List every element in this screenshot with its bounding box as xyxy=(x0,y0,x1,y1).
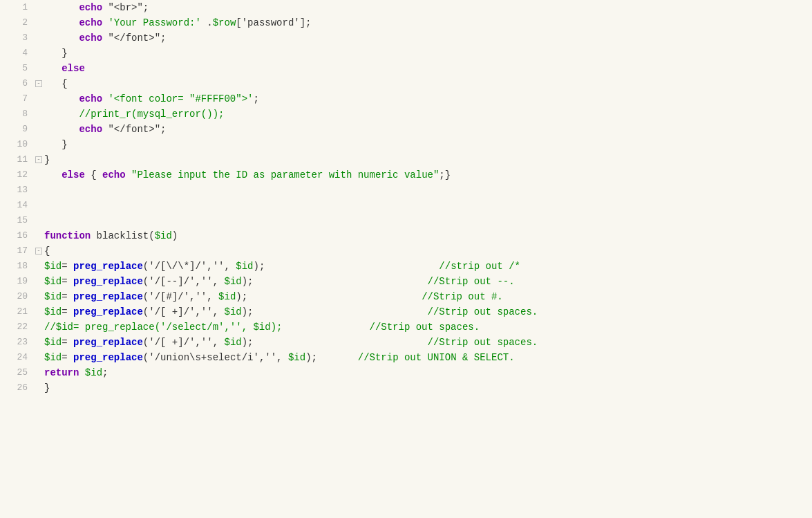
line-number: 24 xyxy=(0,350,35,365)
gutter-cell xyxy=(35,350,44,365)
line-number: 7 xyxy=(0,91,35,107)
gutter-cell xyxy=(35,228,44,243)
gutter-cell xyxy=(35,61,44,76)
code-text: echo "</font>"; xyxy=(44,30,812,46)
code-line: 19$id= preg_replace('/[--]/','', $id); /… xyxy=(0,274,812,289)
code-text: //$id= preg_replace('/select/m','', $id)… xyxy=(44,320,812,335)
code-line: 20$id= preg_replace('/[#]/','', $id); //… xyxy=(0,289,812,304)
gutter-cell: - xyxy=(35,243,44,259)
code-line: 2 echo 'Your Password:' .$row['password'… xyxy=(0,15,812,30)
code-text: } xyxy=(44,152,812,167)
gutter-cell xyxy=(35,0,44,15)
gutter-cell xyxy=(35,183,44,198)
line-number: 12 xyxy=(0,167,35,183)
code-lines: 1 echo "<br>";2 echo 'Your Password:' .$… xyxy=(0,0,812,518)
gutter-cell xyxy=(35,15,44,30)
line-number: 8 xyxy=(0,107,35,122)
code-text: return $id; xyxy=(44,365,812,380)
code-text xyxy=(44,183,812,198)
line-number: 13 xyxy=(0,183,35,198)
gutter-cell xyxy=(35,198,44,213)
line-number: 20 xyxy=(0,289,35,304)
gutter-cell xyxy=(35,46,44,61)
line-number: 26 xyxy=(0,380,35,396)
code-line: 13 xyxy=(0,183,812,198)
line-number: 9 xyxy=(0,122,35,137)
gutter-cell xyxy=(35,107,44,122)
line-number: 23 xyxy=(0,335,35,350)
code-text: else { echo "Please input the ID as para… xyxy=(44,167,812,183)
code-text: { xyxy=(44,243,812,259)
gutter-cell xyxy=(35,320,44,335)
line-number: 2 xyxy=(0,15,35,30)
line-number: 3 xyxy=(0,30,35,46)
gutter-cell xyxy=(35,137,44,152)
code-text: $id= preg_replace('/union\s+select/i',''… xyxy=(44,350,812,365)
code-text: } xyxy=(44,46,812,61)
code-text: $id= preg_replace('/[ +]/','', $id); //S… xyxy=(44,335,812,350)
fold-icon[interactable]: - xyxy=(35,80,42,87)
code-text xyxy=(44,213,812,228)
code-line: 11-} xyxy=(0,152,812,167)
code-text: $id= preg_replace('/[ +]/','', $id); //S… xyxy=(44,304,812,320)
gutter-cell xyxy=(35,91,44,107)
code-line: 7 echo '<font color= "#FFFF00">'; xyxy=(0,91,812,107)
code-line: 18$id= preg_replace('/[\/\*]/','', $id);… xyxy=(0,259,812,274)
code-line: 23$id= preg_replace('/[ +]/','', $id); /… xyxy=(0,335,812,350)
code-text: $id= preg_replace('/[--]/','', $id); //S… xyxy=(44,274,812,289)
code-line: 3 echo "</font>"; xyxy=(0,30,812,46)
gutter-cell xyxy=(35,335,44,350)
fold-icon[interactable]: - xyxy=(35,248,42,255)
gutter-cell xyxy=(35,380,44,396)
code-line: 14 xyxy=(0,198,812,213)
code-line: 15 xyxy=(0,213,812,228)
gutter-cell: - xyxy=(35,152,44,167)
line-number: 4 xyxy=(0,46,35,61)
code-area: 1 echo "<br>";2 echo 'Your Password:' .$… xyxy=(0,0,812,518)
fold-icon[interactable]: - xyxy=(35,156,42,163)
gutter-cell: - xyxy=(35,76,44,91)
line-number: 17 xyxy=(0,243,35,259)
code-line: 4 } xyxy=(0,46,812,61)
line-number: 11 xyxy=(0,152,35,167)
gutter-cell xyxy=(35,213,44,228)
code-line: 5 else xyxy=(0,61,812,76)
code-line: 16function blacklist($id) xyxy=(0,228,812,243)
code-line: 21$id= preg_replace('/[ +]/','', $id); /… xyxy=(0,304,812,320)
line-number: 25 xyxy=(0,365,35,380)
code-text: echo "</font>"; xyxy=(44,122,812,137)
code-line: 1 echo "<br>"; xyxy=(0,0,812,15)
gutter-cell xyxy=(35,304,44,320)
code-line: 25return $id; xyxy=(0,365,812,380)
code-line: 6- { xyxy=(0,76,812,91)
gutter-cell xyxy=(35,259,44,274)
gutter-cell xyxy=(35,122,44,137)
code-line: 10 } xyxy=(0,137,812,152)
code-text: echo 'Your Password:' .$row['password']; xyxy=(44,15,812,30)
line-number: 5 xyxy=(0,61,35,76)
gutter-cell xyxy=(35,289,44,304)
code-line: 24$id= preg_replace('/union\s+select/i',… xyxy=(0,350,812,365)
code-text: function blacklist($id) xyxy=(44,228,812,243)
code-text: } xyxy=(44,137,812,152)
line-number: 16 xyxy=(0,228,35,243)
code-text: echo "<br>"; xyxy=(44,0,812,15)
gutter-cell xyxy=(35,274,44,289)
code-text xyxy=(44,198,812,213)
code-text: } xyxy=(44,380,812,396)
line-number: 10 xyxy=(0,137,35,152)
line-number: 1 xyxy=(0,0,35,15)
line-number: 21 xyxy=(0,304,35,320)
code-line: 22//$id= preg_replace('/select/m','', $i… xyxy=(0,320,812,335)
code-line: 17-{ xyxy=(0,243,812,259)
code-text: echo '<font color= "#FFFF00">'; xyxy=(44,91,812,107)
line-number: 19 xyxy=(0,274,35,289)
line-number: 22 xyxy=(0,320,35,335)
line-number: 14 xyxy=(0,198,35,213)
code-text: $id= preg_replace('/[#]/','', $id); //St… xyxy=(44,289,812,304)
code-line: 26} xyxy=(0,380,812,396)
line-number: 15 xyxy=(0,213,35,228)
gutter-cell xyxy=(35,167,44,183)
code-line: 9 echo "</font>"; xyxy=(0,122,812,137)
code-editor: 1 echo "<br>";2 echo 'Your Password:' .$… xyxy=(0,0,812,518)
